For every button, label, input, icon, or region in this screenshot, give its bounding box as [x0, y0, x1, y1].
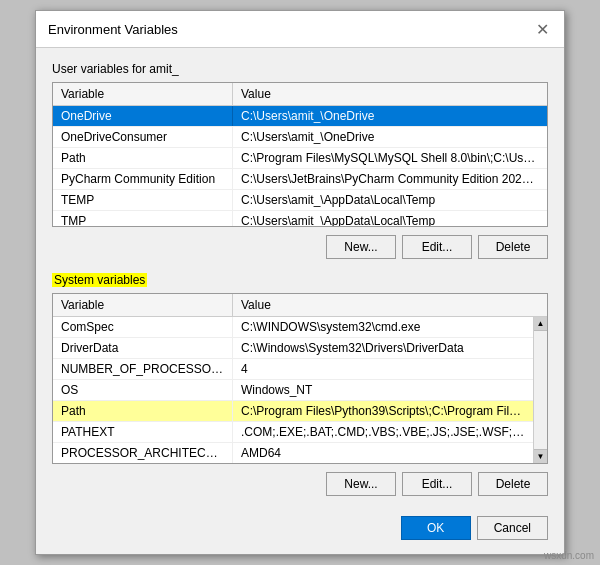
- cell-value: Windows_NT: [233, 380, 533, 400]
- user-col-value: Value: [233, 83, 547, 105]
- system-edit-button[interactable]: Edit...: [402, 472, 472, 496]
- bottom-buttons-row: OK Cancel: [52, 510, 548, 540]
- cell-value: C:\Program Files\MySQL\MySQL Shell 8.0\b…: [233, 148, 547, 168]
- user-table-header: Variable Value: [53, 83, 547, 106]
- user-buttons-row: New... Edit... Delete: [52, 235, 548, 259]
- system-buttons-row: New... Edit... Delete: [52, 472, 548, 496]
- system-new-button[interactable]: New...: [326, 472, 396, 496]
- cell-variable: PyCharm Community Edition: [53, 169, 233, 189]
- system-table-body[interactable]: ComSpec C:\WINDOWS\system32\cmd.exe Driv…: [53, 317, 547, 463]
- table-row[interactable]: OS Windows_NT: [53, 380, 533, 401]
- cell-variable: TMP: [53, 211, 233, 226]
- table-row[interactable]: Path C:\Program Files\Python39\Scripts\;…: [53, 401, 533, 422]
- table-row[interactable]: OneDrive C:\Users\amit_\OneDrive: [53, 106, 547, 127]
- system-col-value: Value: [233, 294, 547, 316]
- table-row[interactable]: Path C:\Program Files\MySQL\MySQL Shell …: [53, 148, 547, 169]
- system-variables-section: System variables Variable Value ComSpec …: [52, 273, 548, 496]
- dialog-title: Environment Variables: [48, 22, 178, 37]
- cell-variable: NUMBER_OF_PROCESSORS: [53, 359, 233, 379]
- cell-variable: Path: [53, 401, 233, 421]
- cell-value: C:\Users\amit_\OneDrive: [233, 106, 547, 126]
- cell-value: .COM;.EXE;.BAT;.CMD;.VBS;.VBE;.JS;.JSE;.…: [233, 422, 533, 442]
- system-table-wrapper: ComSpec C:\WINDOWS\system32\cmd.exe Driv…: [53, 317, 547, 463]
- cell-variable: OneDrive: [53, 106, 233, 126]
- cell-value: C:\Windows\System32\Drivers\DriverData: [233, 338, 533, 358]
- system-section-label: System variables: [52, 273, 147, 287]
- cell-value: C:\Users\amit_\AppData\Local\Temp: [233, 211, 547, 226]
- scrollbar[interactable]: ▲ ▼: [533, 317, 547, 463]
- cell-variable: PATHEXT: [53, 422, 233, 442]
- environment-variables-dialog: Environment Variables ✕ User variables f…: [35, 10, 565, 555]
- cell-variable: OS: [53, 380, 233, 400]
- cell-value: C:\Users\amit_\OneDrive: [233, 127, 547, 147]
- user-variables-table: Variable Value OneDrive C:\Users\amit_\O…: [52, 82, 548, 227]
- table-row[interactable]: PATHEXT .COM;.EXE;.BAT;.CMD;.VBS;.VBE;.J…: [53, 422, 533, 443]
- watermark: wsxdn.com: [544, 550, 594, 561]
- cell-value: AMD64: [233, 443, 533, 463]
- table-row[interactable]: PyCharm Community Edition C:\Users\JetBr…: [53, 169, 547, 190]
- table-row[interactable]: OneDriveConsumer C:\Users\amit_\OneDrive: [53, 127, 547, 148]
- scroll-track: [534, 331, 547, 449]
- table-row[interactable]: ComSpec C:\WINDOWS\system32\cmd.exe: [53, 317, 533, 338]
- cell-variable: TEMP: [53, 190, 233, 210]
- system-delete-button[interactable]: Delete: [478, 472, 548, 496]
- table-row[interactable]: TMP C:\Users\amit_\AppData\Local\Temp: [53, 211, 547, 226]
- ok-button[interactable]: OK: [401, 516, 471, 540]
- cell-value: C:\Users\JetBrains\PyCharm Community Edi…: [233, 169, 547, 189]
- cell-variable: ComSpec: [53, 317, 233, 337]
- table-row[interactable]: NUMBER_OF_PROCESSORS 4: [53, 359, 533, 380]
- user-variables-section: User variables for amit_ Variable Value …: [52, 62, 548, 259]
- user-table-body[interactable]: OneDrive C:\Users\amit_\OneDrive OneDriv…: [53, 106, 547, 226]
- table-row[interactable]: PROCESSOR_ARCHITECTURE AMD64: [53, 443, 533, 463]
- dialog-body: User variables for amit_ Variable Value …: [36, 48, 564, 554]
- table-row[interactable]: DriverData C:\Windows\System32\Drivers\D…: [53, 338, 533, 359]
- cell-value: 4: [233, 359, 533, 379]
- cancel-button[interactable]: Cancel: [477, 516, 548, 540]
- cell-variable: OneDriveConsumer: [53, 127, 233, 147]
- user-new-button[interactable]: New...: [326, 235, 396, 259]
- title-bar: Environment Variables ✕: [36, 11, 564, 48]
- cell-variable: DriverData: [53, 338, 233, 358]
- cell-variable: PROCESSOR_ARCHITECTURE: [53, 443, 233, 463]
- cell-value: C:\Program Files\Python39\Scripts\;C:\Pr…: [233, 401, 533, 421]
- system-col-variable: Variable: [53, 294, 233, 316]
- system-table-header: Variable Value: [53, 294, 547, 317]
- user-delete-button[interactable]: Delete: [478, 235, 548, 259]
- cell-variable: Path: [53, 148, 233, 168]
- scroll-up-button[interactable]: ▲: [534, 317, 547, 331]
- close-button[interactable]: ✕: [532, 19, 552, 39]
- scroll-down-button[interactable]: ▼: [534, 449, 547, 463]
- user-section-label: User variables for amit_: [52, 62, 548, 76]
- user-col-variable: Variable: [53, 83, 233, 105]
- system-variables-table: Variable Value ComSpec C:\WINDOWS\system…: [52, 293, 548, 464]
- user-edit-button[interactable]: Edit...: [402, 235, 472, 259]
- table-row[interactable]: TEMP C:\Users\amit_\AppData\Local\Temp: [53, 190, 547, 211]
- cell-value: C:\WINDOWS\system32\cmd.exe: [233, 317, 533, 337]
- cell-value: C:\Users\amit_\AppData\Local\Temp: [233, 190, 547, 210]
